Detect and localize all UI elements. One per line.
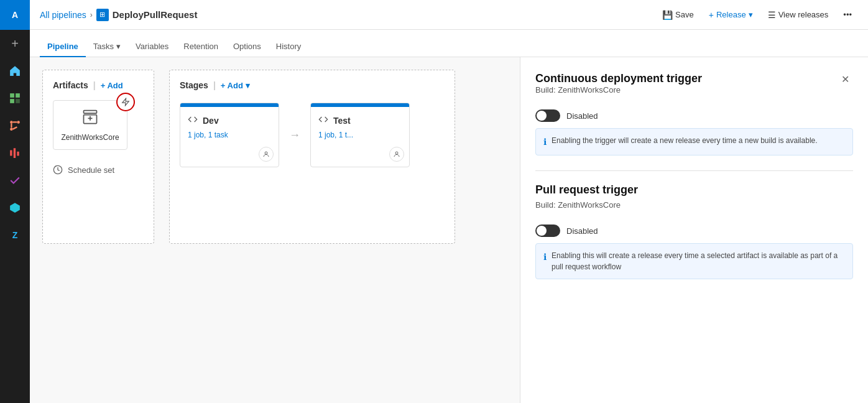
artifacts-header: Artifacts | + Add [53, 80, 144, 90]
trigger-section-divider [535, 170, 853, 171]
svg-rect-1 [16, 93, 20, 98]
artifacts-panel: Artifacts | + Add [42, 70, 154, 244]
stage-body-dev: Dev 1 job, 1 task [180, 107, 279, 147]
pull-request-state: Disabled [566, 226, 598, 236]
tab-variables[interactable]: Variables [128, 37, 176, 57]
dev-approver-icon [259, 147, 274, 162]
svg-point-5 [17, 121, 20, 124]
artifact-card-wrapper: ZenithWorksCore [53, 100, 127, 160]
pull-request-header: Pull request trigger Build: ZenithWorksC… [535, 183, 853, 220]
stages-flow: Dev 1 job, 1 task [180, 103, 445, 167]
nav-tabs: Pipeline Tasks ▾ Variables Retention Opt… [30, 30, 868, 57]
test-stage-name: Test [333, 116, 351, 126]
release-dropdown-icon: ▾ [749, 10, 753, 19]
sidebar-item-home[interactable] [0, 57, 30, 85]
tab-history[interactable]: History [269, 37, 308, 57]
save-label: Save [675, 10, 694, 19]
release-button[interactable]: + Release ▾ [703, 7, 759, 22]
svg-rect-11 [84, 111, 97, 114]
view-releases-button[interactable]: ☰ View releases [762, 7, 835, 22]
schedule-set-item[interactable]: Schedule set [53, 165, 144, 175]
svg-point-17 [265, 152, 267, 154]
continuous-trigger-section: Disabled ℹ Enabling the trigger will cre… [535, 109, 853, 155]
release-label: Release [716, 10, 746, 19]
svg-rect-3 [16, 99, 20, 103]
artifact-card[interactable]: ZenithWorksCore [53, 100, 127, 150]
tab-tasks[interactable]: Tasks ▾ [86, 37, 128, 57]
pull-request-trigger-toggle[interactable] [535, 225, 560, 237]
pull-request-info-text: Enabling this will create a release ever… [552, 250, 845, 272]
stage-card-dev[interactable]: Dev 1 job, 1 task [180, 103, 279, 167]
stage-header-dev: Dev [188, 114, 271, 127]
pipeline-icon: ⊞ [96, 9, 109, 21]
tasks-dropdown-icon: ▾ [116, 42, 121, 51]
pull-request-title: Pull request trigger [535, 183, 638, 197]
continuous-trigger-knob [537, 111, 547, 121]
svg-marker-15 [122, 98, 129, 106]
svg-rect-0 [10, 93, 14, 98]
stages-add-dropdown-icon: ▾ [246, 81, 250, 90]
sidebar-item-extensions[interactable]: Z [0, 221, 30, 249]
pull-request-build: Build: ZenithWorksCore [535, 200, 638, 210]
pipeline-name: DeployPullRequest [113, 9, 198, 20]
pipeline-flow: Artifacts | + Add [42, 70, 507, 244]
breadcrumb-all-pipelines[interactable]: All pipelines [40, 10, 86, 20]
stage-card-test[interactable]: Test 1 job, 1 t... [310, 103, 410, 167]
stage-connector-1: → [289, 129, 300, 142]
stages-header: Stages | + Add ▾ [180, 80, 445, 90]
info-icon-continuous: ℹ [543, 136, 547, 149]
artifacts-title: Artifacts [53, 80, 88, 90]
info-icon-pr: ℹ [543, 251, 547, 264]
continuous-trigger-toggle-row: Disabled [535, 109, 853, 122]
tab-pipeline[interactable]: Pipeline [40, 37, 86, 57]
tab-retention[interactable]: Retention [176, 37, 226, 57]
main-area: All pipelines › ⊞ DeployPullRequest 💾 Sa… [30, 0, 868, 403]
avatar[interactable]: A [0, 0, 30, 30]
test-stage-icon [318, 114, 328, 127]
save-button[interactable]: 💾 Save [656, 7, 700, 22]
stages-title: Stages [180, 80, 208, 90]
right-panel: Continuous deployment trigger Build: Zen… [520, 57, 868, 403]
continuous-trigger-state: Disabled [566, 111, 598, 121]
stages-add-button[interactable]: + Add ▾ [221, 81, 250, 90]
create-button[interactable]: + [0, 30, 30, 57]
more-options-button[interactable]: ••• [837, 7, 858, 22]
right-panel-close-button[interactable]: ✕ [838, 72, 853, 86]
more-icon: ••• [843, 10, 852, 19]
artifacts-add-button[interactable]: + Add [101, 81, 123, 90]
trigger-badge-button[interactable] [116, 93, 135, 111]
test-approver-icon [389, 147, 404, 162]
dev-stage-icon [188, 114, 198, 127]
stage-body-test: Test 1 job, 1 t... [311, 107, 409, 147]
topbar: All pipelines › ⊞ DeployPullRequest 💾 Sa… [30, 0, 868, 30]
continuous-trigger-toggle[interactable] [535, 109, 560, 122]
svg-line-9 [13, 127, 17, 129]
add-release-icon: + [709, 10, 714, 20]
sidebar-item-artifacts[interactable] [0, 194, 30, 221]
svg-point-4 [10, 121, 13, 124]
sidebar-item-repos[interactable] [0, 112, 30, 139]
sidebar-item-testplans[interactable] [0, 167, 30, 194]
pull-request-info-box: ℹ Enabling this will create a release ev… [535, 243, 853, 279]
view-releases-label: View releases [778, 10, 829, 19]
svg-point-18 [395, 152, 398, 154]
content-area: Artifacts | + Add [30, 57, 868, 403]
svg-marker-10 [10, 203, 20, 213]
stage-header-test: Test [318, 114, 402, 127]
schedule-label: Schedule set [68, 165, 114, 175]
pull-request-trigger-knob [537, 226, 547, 236]
pipeline-canvas: Artifacts | + Add [30, 57, 520, 403]
artifact-download-icon [81, 108, 99, 129]
save-icon: 💾 [662, 10, 673, 20]
continuous-trigger-build: Build: ZenithWorksCore [535, 85, 702, 95]
breadcrumb: All pipelines › ⊞ DeployPullRequest [40, 9, 656, 21]
right-panel-header: Continuous deployment trigger Build: Zen… [535, 72, 853, 104]
pull-request-trigger-section: Disabled ℹ Enabling this will create a r… [535, 225, 853, 279]
tab-options[interactable]: Options [226, 37, 269, 57]
dev-stage-detail: 1 job, 1 task [188, 131, 271, 139]
sidebar-item-boards[interactable] [0, 85, 30, 112]
topbar-actions: 💾 Save + Release ▾ ☰ View releases ••• [656, 7, 858, 22]
svg-rect-2 [10, 99, 14, 103]
sidebar-item-pipelines[interactable] [0, 139, 30, 167]
dev-stage-name: Dev [203, 116, 219, 126]
